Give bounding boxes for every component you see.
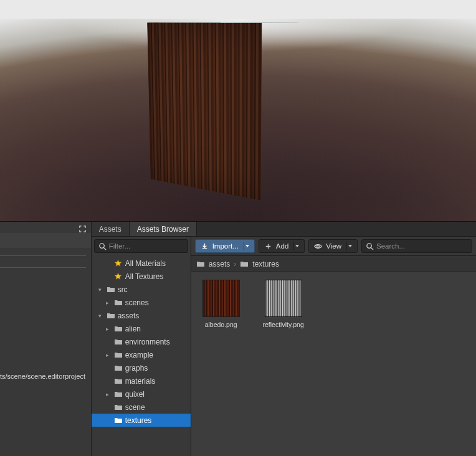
search-icon (98, 242, 107, 250)
tree-alien[interactable]: ▸ alien (92, 322, 191, 335)
tree-filter-input[interactable] (109, 242, 201, 250)
divider (0, 267, 86, 268)
eye-icon (314, 242, 322, 250)
folder-icon (114, 364, 123, 373)
tree-environments[interactable]: environments (92, 335, 191, 348)
project-path-text: ts/scene/scene.editorproject (0, 373, 87, 380)
svg-point-3 (367, 243, 371, 247)
asset-thumbnail[interactable]: albedo.png (199, 280, 244, 449)
folder-icon (114, 390, 123, 399)
asset-tree: All Materials All Textures ▾ src (92, 255, 191, 456)
svg-point-0 (99, 243, 103, 247)
tree-label: textures (125, 416, 152, 425)
caret-down-icon[interactable] (295, 245, 299, 247)
thumbnail-label: albedo.png (205, 321, 237, 328)
download-icon (201, 242, 209, 250)
add-label: Add (276, 242, 288, 250)
tree-label: environments (125, 338, 170, 346)
folder-icon (107, 285, 115, 294)
viewport-top-strip (0, 0, 476, 19)
add-button[interactable]: Add (259, 239, 305, 253)
tab-assets[interactable]: Assets (92, 222, 130, 236)
tree-src[interactable]: ▾ src (92, 283, 191, 296)
cube-face-front (147, 22, 262, 201)
svg-line-1 (103, 247, 106, 250)
tree-filter[interactable] (94, 239, 188, 253)
caret-down-icon[interactable] (348, 245, 352, 247)
view-label: View (326, 242, 341, 250)
asset-content-pane: Import... Add (191, 237, 476, 456)
tree-label: All Textures (125, 272, 164, 281)
thumbnail-image (202, 280, 240, 317)
folder-icon (114, 416, 123, 425)
tree-label: materials (125, 377, 156, 386)
tabs-row: Assets Assets Browser (92, 222, 476, 237)
folder-icon (114, 298, 123, 307)
star-icon (114, 272, 123, 281)
chevron-right-icon[interactable]: ▸ (104, 352, 112, 358)
folder-icon (114, 403, 123, 412)
chevron-right-icon[interactable]: ▸ (104, 326, 112, 332)
tree-label: All Materials (125, 259, 166, 268)
folder-icon (114, 377, 123, 386)
thumbnail-label: reflectivity.png (262, 321, 303, 328)
tree-quixel[interactable]: ▸ quixel (92, 387, 191, 401)
import-label: Import... (212, 242, 239, 250)
chevron-down-icon[interactable]: ▾ (97, 313, 104, 319)
thumbnail-image (265, 280, 302, 317)
asset-tree-pane: All Materials All Textures ▾ src (92, 237, 191, 456)
import-button[interactable]: Import... (195, 239, 255, 253)
search-icon (366, 242, 374, 250)
tree-label: quixel (125, 390, 145, 399)
tree-example[interactable]: ▸ example (92, 348, 191, 361)
tab-assets-browser[interactable]: Assets Browser (130, 222, 197, 236)
chevron-right-icon[interactable]: ▸ (104, 391, 112, 397)
tree-label: scenes (125, 298, 149, 307)
svg-point-2 (317, 245, 320, 247)
tree-materials[interactable]: materials (92, 374, 191, 387)
tree-all-materials[interactable]: All Materials (92, 257, 191, 270)
caret-down-icon[interactable] (245, 245, 249, 247)
folder-icon (107, 311, 115, 320)
breadcrumb: assets › textures (191, 256, 476, 272)
tree-label: example (125, 351, 153, 359)
plus-icon (264, 242, 272, 250)
content-search-input[interactable] (376, 242, 468, 250)
scene-viewport[interactable] (0, 19, 476, 221)
tree-label: graphs (125, 364, 148, 373)
view-button[interactable]: View (308, 239, 358, 253)
left-side-pane: ts/scene/scene.editorproject (0, 222, 92, 456)
tree-label: alien (125, 325, 141, 333)
tree-graphs[interactable]: graphs (92, 361, 191, 374)
left-row[interactable] (0, 233, 91, 249)
cube-object[interactable] (176, 24, 300, 176)
folder-icon (114, 351, 123, 359)
folder-icon (114, 325, 123, 333)
asset-grid[interactable]: albedo.png reflectivity.png (191, 272, 476, 456)
content-toolbar: Import... Add (191, 237, 476, 256)
tree-scenes[interactable]: ▸ scenes (92, 296, 191, 309)
chevron-down-icon[interactable]: ▾ (97, 287, 104, 293)
folder-open-icon (196, 260, 205, 267)
tree-scene[interactable]: scene (92, 401, 191, 414)
svg-line-4 (371, 247, 373, 250)
folder-icon (114, 338, 123, 346)
breadcrumb-seg-textures[interactable]: textures (252, 260, 279, 268)
expand-icon[interactable] (79, 224, 87, 233)
tree-label: src (118, 285, 128, 294)
bottom-panel: ts/scene/scene.editorproject Assets Asse… (0, 221, 476, 456)
folder-open-icon (240, 260, 249, 267)
breadcrumb-seg-assets[interactable]: assets (209, 260, 231, 268)
tree-label: scene (125, 403, 145, 412)
content-search[interactable] (361, 239, 472, 253)
tree-all-textures[interactable]: All Textures (92, 270, 191, 283)
tree-label: assets (118, 311, 140, 320)
divider (0, 255, 86, 256)
tree-textures[interactable]: textures (92, 414, 191, 427)
asset-thumbnail[interactable]: reflectivity.png (261, 280, 306, 449)
star-icon (114, 259, 123, 268)
chevron-right-icon[interactable]: ▸ (104, 300, 112, 306)
chevron-right-icon: › (234, 260, 236, 268)
tree-assets[interactable]: ▾ assets (92, 309, 191, 322)
